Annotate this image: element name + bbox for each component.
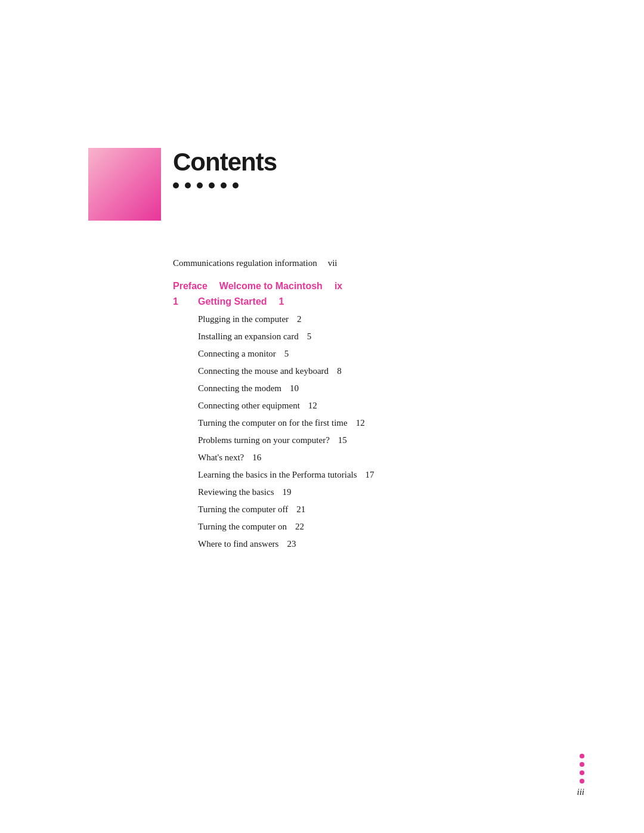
dot-2 bbox=[185, 182, 191, 188]
list-item: Turning the computer off 21 bbox=[173, 502, 584, 516]
item-text: Installing an expansion card bbox=[198, 329, 299, 343]
dot-1 bbox=[173, 182, 179, 188]
item-page: 8 bbox=[337, 364, 342, 378]
item-text: Connecting other equipment bbox=[198, 398, 300, 413]
chapter-1-line: 1 Getting Started 1 bbox=[173, 296, 584, 307]
item-text: Connecting a monitor bbox=[198, 346, 276, 361]
dot-3 bbox=[197, 182, 203, 188]
list-item: Turning the computer on 22 bbox=[173, 519, 584, 534]
list-item: Connecting the modem 10 bbox=[173, 381, 584, 395]
list-item: Where to find answers 23 bbox=[173, 537, 584, 551]
chapter-1-number: 1 bbox=[173, 296, 185, 307]
footer-page-number: iii bbox=[577, 787, 584, 797]
intro-toc-line: Communications regulation information vi… bbox=[173, 256, 584, 270]
item-page: 17 bbox=[366, 467, 374, 482]
page-title: Contents bbox=[173, 148, 277, 176]
page: Contents Communications regulation infor… bbox=[0, 0, 644, 833]
header-area: Contents bbox=[173, 148, 277, 188]
list-item: What's next? 16 bbox=[173, 450, 584, 465]
footer-dot-2 bbox=[580, 762, 584, 767]
item-page: 19 bbox=[282, 485, 291, 499]
item-text: Problems turning on your computer? bbox=[198, 433, 330, 447]
footer-dot-4 bbox=[580, 779, 584, 784]
item-text: What's next? bbox=[198, 450, 244, 465]
list-item: Reviewing the basics 19 bbox=[173, 485, 584, 499]
list-item: Turning the computer on for the first ti… bbox=[173, 416, 584, 430]
intro-line-page: vii bbox=[328, 256, 338, 270]
dot-4 bbox=[209, 182, 215, 188]
preface-label: Preface bbox=[173, 281, 208, 292]
intro-line-text: Communications regulation information bbox=[173, 256, 317, 270]
chapter-1-title: Getting Started bbox=[198, 296, 267, 307]
item-text: Turning the computer off bbox=[198, 502, 288, 516]
list-item: Problems turning on your computer? 15 bbox=[173, 433, 584, 447]
item-text: Reviewing the basics bbox=[198, 485, 274, 499]
item-page: 23 bbox=[287, 537, 296, 551]
item-page: 15 bbox=[338, 433, 347, 447]
page-footer: iii bbox=[577, 754, 584, 797]
decorative-pink-square bbox=[88, 148, 161, 221]
dot-5 bbox=[221, 182, 227, 188]
preface-page: ix bbox=[335, 281, 342, 292]
item-page: 16 bbox=[252, 450, 261, 465]
list-item: Learning the basics in the Performa tuto… bbox=[173, 467, 584, 482]
item-page: 5 bbox=[284, 346, 289, 361]
toc-content: Communications regulation information vi… bbox=[173, 256, 584, 554]
item-text: Plugging in the computer bbox=[198, 312, 289, 326]
item-text: Turning the computer on bbox=[198, 519, 287, 534]
item-text: Where to find answers bbox=[198, 537, 278, 551]
item-text: Turning the computer on for the first ti… bbox=[198, 416, 348, 430]
item-page: 2 bbox=[297, 312, 302, 326]
list-item: Connecting a monitor 5 bbox=[173, 346, 584, 361]
decorative-dots-row bbox=[173, 182, 277, 188]
footer-dot-1 bbox=[580, 754, 584, 758]
item-page: 12 bbox=[308, 398, 317, 413]
list-item: Connecting the mouse and keyboard 8 bbox=[173, 364, 584, 378]
chapter-1-items: Plugging in the computer 2 Installing an… bbox=[173, 312, 584, 551]
item-page: 21 bbox=[296, 502, 305, 516]
item-text: Learning the basics in the Performa tuto… bbox=[198, 467, 357, 482]
item-page: 5 bbox=[307, 329, 312, 343]
item-page: 10 bbox=[290, 381, 299, 395]
item-page: 12 bbox=[356, 416, 365, 430]
item-text: Connecting the modem bbox=[198, 381, 281, 395]
list-item: Installing an expansion card 5 bbox=[173, 329, 584, 343]
footer-dots bbox=[580, 754, 584, 784]
list-item: Plugging in the computer 2 bbox=[173, 312, 584, 326]
chapter-1-page: 1 bbox=[279, 296, 284, 307]
preface-title: Welcome to Macintosh bbox=[219, 281, 323, 292]
preface-line: Preface Welcome to Macintosh ix bbox=[173, 281, 584, 292]
footer-dot-3 bbox=[580, 770, 584, 775]
dot-6 bbox=[233, 182, 239, 188]
item-page: 22 bbox=[295, 519, 304, 534]
list-item: Connecting other equipment 12 bbox=[173, 398, 584, 413]
item-text: Connecting the mouse and keyboard bbox=[198, 364, 329, 378]
